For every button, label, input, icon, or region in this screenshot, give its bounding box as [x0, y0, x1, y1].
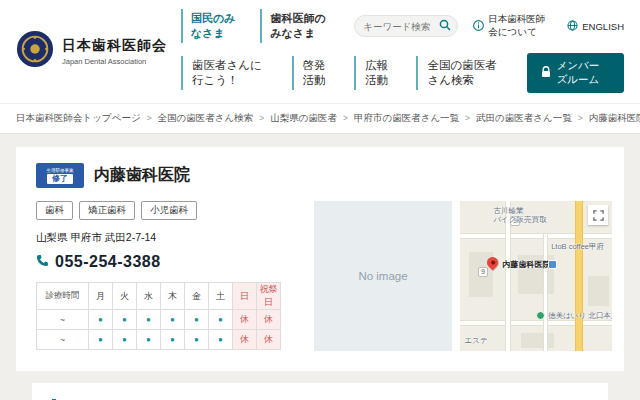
nav-awareness[interactable]: 啓発活動 — [292, 56, 334, 90]
clinic-info-column: 歯科 矯正歯科 小児歯科 山梨県 甲府市 武田2-7-14 055-254-33… — [36, 201, 304, 351]
header-main-nav: 歯医者さんに行こう！ 啓発活動 広報活動 全国の歯医者さん検索 メンバーズルーム — [181, 53, 624, 93]
map-poi-green[interactable] — [536, 311, 545, 320]
breadcrumb-separator: > — [147, 113, 152, 123]
site-header: 日本歯科医師会 Japan Dental Association 国民のみなさま… — [0, 0, 640, 103]
nav-dentists[interactable]: 歯科医師のみなさま — [260, 9, 336, 43]
day-mon: 月 — [89, 283, 113, 310]
certification-badge-label: 修了 — [47, 174, 73, 184]
hours-cell-closed: 休 — [257, 330, 281, 350]
phone-number[interactable]: 055-254-3388 — [55, 253, 161, 271]
hours-cell-closed: 休 — [233, 310, 257, 330]
map-label-shop-bottom: 徳美はいり 北口本店 — [548, 311, 612, 320]
clinic-card: 生涯研修事業 修了 内藤歯科医院 歯科 矯正歯科 小児歯科 山梨県 甲府市 武田… — [16, 147, 624, 371]
header-right: 国民のみなさま 歯科医師のみなさま — [181, 9, 624, 93]
hours-cell: ● — [161, 310, 185, 330]
hours-row-pm: ~ ● ● ● ● ● ● 休 休 — [37, 330, 281, 350]
hours-cell: ● — [89, 310, 113, 330]
breadcrumb-home[interactable]: 日本歯科医師会トップページ — [16, 112, 141, 123]
hours-cell: ● — [185, 310, 209, 330]
breadcrumb-prefecture[interactable]: 山梨県の歯医者 — [270, 112, 337, 123]
hours-cell-closed: 休 — [233, 330, 257, 350]
map-road — [460, 321, 612, 325]
breadcrumb-search[interactable]: 全国の歯医者さん検索 — [158, 112, 254, 123]
map-building — [521, 333, 554, 348]
day-thu: 木 — [161, 283, 185, 310]
tag-pediatric: 小児歯科 — [141, 201, 197, 220]
time-label: ~ — [37, 330, 89, 350]
map-building — [588, 276, 609, 306]
route-number-badge: 9 — [478, 267, 488, 277]
lock-icon — [541, 66, 551, 80]
day-fri: 金 — [185, 283, 209, 310]
nav-dentist-search[interactable]: 全国の歯医者さん検索 — [416, 56, 506, 90]
map-label-shop-left: エステ — [465, 336, 488, 345]
about-link-label: 日本歯科医師会について — [488, 13, 552, 39]
hours-cell: ● — [209, 310, 233, 330]
english-link-label: ENGLISH — [582, 21, 624, 32]
map-poi-blue[interactable] — [548, 260, 557, 269]
department-tags: 歯科 矯正歯科 小児歯科 — [36, 201, 304, 220]
info-icon — [473, 20, 484, 33]
page-title: 内藤歯科医院 — [94, 165, 190, 186]
breadcrumb: 日本歯科医師会トップページ>全国の歯医者さん検索>山梨県の歯医者>甲府市の歯医者… — [0, 103, 640, 134]
breadcrumb-current: 内藤歯科医院 — [589, 112, 640, 123]
main-content: 生涯研修事業 修了 内藤歯科医院 歯科 矯正歯科 小児歯科 山梨県 甲府市 武田… — [0, 134, 640, 400]
hours-row-am: ~ ● ● ● ● ● ● 休 休 — [37, 310, 281, 330]
hours-cell: ● — [137, 330, 161, 350]
clinic-title-row: 生涯研修事業 修了 内藤歯科医院 — [36, 163, 604, 188]
search-icon[interactable] — [439, 17, 451, 35]
nav-go-to-dentist[interactable]: 歯医者さんに行こう！ — [181, 56, 272, 90]
breadcrumb-separator: > — [259, 113, 264, 123]
breadcrumb-separator: > — [343, 113, 348, 123]
english-link[interactable]: ENGLISH — [567, 20, 624, 33]
logo-subtitle: Japan Dental Association — [62, 57, 167, 66]
breadcrumb-area[interactable]: 武田の歯医者さん一覧 — [476, 112, 572, 123]
hours-cell: ● — [161, 330, 185, 350]
tag-dental: 歯科 — [36, 201, 73, 220]
breadcrumb-separator: > — [465, 113, 470, 123]
clinic-media: No image 9 9 古川輪業 バイク販売買取 — [314, 201, 612, 351]
header-utility-row: 国民のみなさま 歯科医師のみなさま — [181, 9, 624, 43]
map-fullscreen-button[interactable] — [588, 205, 608, 225]
hours-cell: ● — [113, 330, 137, 350]
hours-cell: ● — [137, 310, 161, 330]
nav-citizens[interactable]: 国民のみなさま — [181, 9, 242, 43]
map-label-clinic: 内藤歯科医院 — [503, 260, 551, 269]
phone-row: 055-254-3388 — [36, 253, 304, 271]
logo[interactable]: 日本歯科医師会 Japan Dental Association — [16, 30, 167, 72]
members-room-label: メンバーズルーム — [557, 59, 610, 87]
time-label: ~ — [37, 310, 89, 330]
map[interactable]: 9 9 古川輪業 バイク販売買取 LtoB coffee甲府 内藤歯科医院 徳美… — [460, 201, 612, 351]
day-sat: 土 — [209, 283, 233, 310]
keyword-search — [354, 15, 458, 37]
map-road — [544, 234, 547, 351]
map-road — [460, 234, 612, 238]
day-holiday: 祝祭日 — [257, 283, 281, 310]
day-tue: 火 — [113, 283, 137, 310]
certification-badge-top: 生涯研修事業 — [47, 167, 74, 172]
hours-cell: ● — [113, 310, 137, 330]
hours-cell: ● — [185, 330, 209, 350]
globe-icon — [567, 20, 578, 33]
map-label-bike-shop: 古川輪業 バイク販売買取 — [493, 206, 546, 224]
breadcrumb-city[interactable]: 甲府市の歯医者さん一覧 — [354, 112, 459, 123]
map-main-road — [576, 201, 582, 351]
support-section: 各種対応 — [32, 383, 608, 400]
search-input[interactable] — [363, 21, 439, 32]
hours-header-label: 診療時間 — [37, 283, 89, 310]
logo-title: 日本歯科医師会 — [62, 37, 167, 55]
breadcrumb-separator: > — [578, 113, 583, 123]
hours-cell-closed: 休 — [257, 310, 281, 330]
nav-pr[interactable]: 広報活動 — [354, 56, 396, 90]
tag-orthodontics: 矯正歯科 — [79, 201, 135, 220]
certification-badge: 生涯研修事業 修了 — [36, 163, 84, 188]
about-link[interactable]: 日本歯科医師会について — [473, 13, 552, 39]
map-label-cafe: LtoB coffee甲府 — [551, 242, 604, 251]
clinic-columns: 歯科 矯正歯科 小児歯科 山梨県 甲府市 武田2-7-14 055-254-33… — [36, 201, 604, 351]
day-wed: 水 — [137, 283, 161, 310]
clinic-address: 山梨県 甲府市 武田2-7-14 — [36, 231, 304, 245]
hours-header-row: 診療時間 月 火 水 木 金 土 日 祝祭日 — [37, 283, 281, 310]
members-room-button[interactable]: メンバーズルーム — [527, 53, 624, 93]
hours-cell: ● — [89, 330, 113, 350]
jda-emblem-icon — [16, 30, 54, 72]
